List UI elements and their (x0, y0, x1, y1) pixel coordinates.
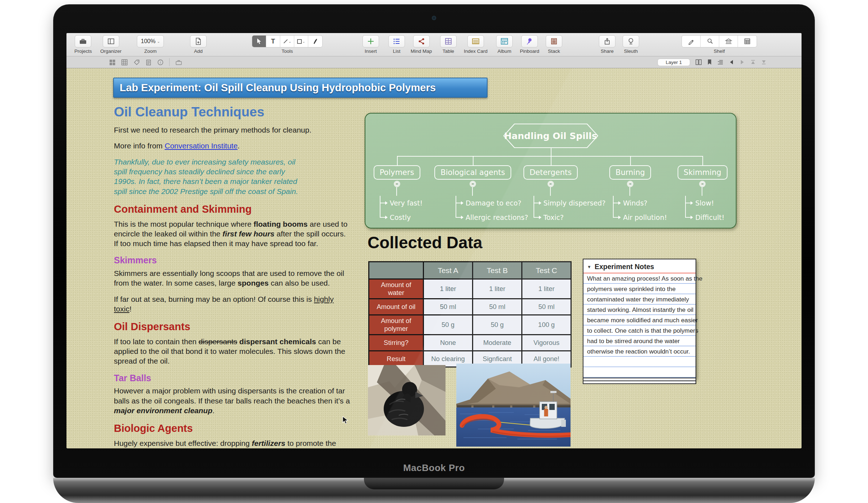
mind-map-note[interactable]: Difficult! (685, 210, 724, 225)
columns-icon[interactable] (695, 59, 702, 65)
mind-map-note[interactable]: Allergic reactions? (456, 210, 528, 225)
biologic-paragraph: Hugely expensive but effective: dropping… (114, 438, 351, 448)
line-tool[interactable]: ⌄ (280, 36, 294, 47)
table-col-header[interactable]: Test A (424, 262, 473, 279)
text-segment: floating booms (254, 220, 308, 228)
text-segment: ! (129, 305, 131, 313)
tag-icon[interactable] (133, 59, 140, 66)
text-tool-icon: T (271, 38, 275, 45)
table-cell[interactable]: 1 liter (424, 279, 473, 299)
layer-selector[interactable]: Layer 1 (657, 59, 690, 66)
sleuth-button[interactable]: Sleuth (623, 33, 639, 54)
search-shelf-button[interactable] (701, 36, 719, 47)
table-cell[interactable]: Vigorous (522, 335, 571, 351)
select-tool[interactable] (252, 36, 266, 47)
oiled-bird-photo[interactable] (368, 365, 445, 435)
table-corner-cell[interactable] (369, 262, 424, 279)
grid-icon[interactable] (121, 59, 128, 66)
notes-elbow-connector (534, 187, 551, 196)
mind-map-root-node[interactable]: Handling Oil Spills (503, 124, 598, 148)
table-row-header[interactable]: Result (369, 351, 424, 367)
mind-map-note[interactable]: Air pollution! (613, 210, 667, 225)
table-cell[interactable]: 50 g (424, 315, 473, 335)
stack-button[interactable]: Stack (546, 33, 562, 54)
text-tool[interactable]: T (266, 36, 280, 47)
disclosure-triangle-icon[interactable]: ▼ (587, 264, 591, 269)
brush-icon (313, 38, 318, 45)
table-row-header[interactable]: Amount of oil (369, 299, 424, 315)
share-button[interactable]: Share (599, 33, 615, 54)
notepad-icon[interactable] (146, 59, 152, 66)
table-button[interactable]: Table (440, 33, 457, 54)
intro-paragraph: First we need to research the primary me… (114, 125, 351, 135)
mind-map-note[interactable]: Simply dispersed? (534, 196, 606, 210)
quadrants-icon[interactable] (109, 59, 116, 66)
table-cell[interactable]: 50 ml (424, 299, 473, 315)
branch-node[interactable]: Burning (609, 165, 651, 180)
info-icon[interactable]: i (157, 59, 164, 66)
projects-button[interactable]: Projects (74, 33, 92, 54)
branch-node[interactable]: Biological agents (434, 165, 511, 180)
data-table[interactable]: Test ATest BTest CAmount of water1 liter… (368, 261, 572, 368)
collapse-badge[interactable]: – (548, 181, 554, 187)
zoom-control[interactable]: 100%⌄ Zoom (137, 33, 164, 54)
table-row-header[interactable]: Amount of water (369, 279, 424, 299)
text-segment: Hugely expensive but effective: dropping (114, 439, 252, 447)
mind-map-note[interactable]: Toxic? (534, 210, 606, 225)
collapse-badge[interactable]: – (394, 181, 400, 187)
conversation-institute-link[interactable]: Conversation Institute (165, 142, 237, 150)
bookmark-icon[interactable] (707, 59, 712, 65)
previous-icon[interactable] (729, 59, 734, 65)
mind-map-panel[interactable]: Handling Oil Spills Polymers–Very fast!C… (365, 113, 737, 229)
markup-shelf-button[interactable] (682, 36, 701, 47)
move-to-bottom-icon[interactable] (761, 59, 767, 65)
mind-map-note[interactable]: Costly (380, 210, 423, 225)
calculator-shelf-button[interactable] (738, 36, 757, 47)
collected-data-heading: Collected Data (368, 233, 483, 252)
table-col-header[interactable]: Test B (473, 262, 522, 279)
align-lines-icon[interactable] (717, 59, 724, 65)
table-cell[interactable]: 50 ml (522, 299, 571, 315)
pinboard-button[interactable]: Pinboard (520, 33, 539, 54)
branch-node[interactable]: Detergents (523, 165, 578, 180)
mind-map-note[interactable]: Very fast! (380, 196, 423, 210)
card-header[interactable]: ▼ Experiment Notes (583, 259, 696, 273)
table-col-header[interactable]: Test C (522, 262, 571, 279)
shape-tool[interactable]: ⌄ (294, 36, 308, 47)
collapse-badge[interactable]: – (699, 181, 706, 187)
table-cell[interactable]: 50 g (473, 315, 522, 335)
add-button[interactable]: Add (190, 33, 207, 54)
card-body[interactable]: What an amazing process! As soon as thep… (583, 273, 696, 378)
table-cell[interactable]: 1 liter (522, 279, 571, 299)
table-cell[interactable]: Moderate (473, 335, 522, 351)
insert-button[interactable]: Insert (363, 33, 379, 54)
briefcase-outline-icon[interactable] (175, 59, 183, 66)
album-button[interactable]: Album (496, 33, 513, 54)
move-to-top-icon[interactable] (750, 59, 756, 65)
branch-node[interactable]: Skimming (678, 165, 728, 180)
table-cell[interactable]: 1 liter (473, 279, 522, 299)
brush-tool[interactable] (308, 36, 322, 47)
mind-map-note[interactable]: Slow! (685, 196, 724, 210)
list-button[interactable]: List (388, 33, 405, 54)
library-shelf-button[interactable] (719, 36, 738, 47)
title-banner[interactable]: Lab Experiment: Oil Spill Cleanup Using … (113, 78, 488, 98)
mind-map-note[interactable]: Damage to eco? (456, 196, 528, 210)
table-row-header[interactable]: Stirring? (369, 335, 424, 351)
idea-space-canvas[interactable]: Lab Experiment: Oil Spill Cleanup Using … (66, 68, 802, 448)
table-cell[interactable]: 100 g (522, 315, 571, 335)
containment-boom-photo[interactable] (456, 364, 571, 447)
stacked-card-edge (583, 381, 696, 384)
table-cell[interactable]: None (424, 335, 473, 351)
table-row-header[interactable]: Amount of polymer (369, 315, 424, 335)
index-card-button[interactable]: Index Card (464, 33, 488, 54)
experiment-notes-card[interactable]: ▼ Experiment Notes What an amazing proce… (583, 259, 696, 384)
organizer-button[interactable]: Organizer (100, 33, 121, 54)
table-cell[interactable]: 50 ml (473, 299, 522, 315)
mind-map-button[interactable]: Mind Map (411, 33, 432, 54)
next-icon[interactable] (739, 59, 745, 65)
collapse-badge[interactable]: – (627, 181, 633, 187)
collapse-badge[interactable]: – (470, 181, 476, 187)
branch-node[interactable]: Polymers (374, 165, 420, 180)
mind-map-note[interactable]: Winds? (613, 196, 667, 210)
